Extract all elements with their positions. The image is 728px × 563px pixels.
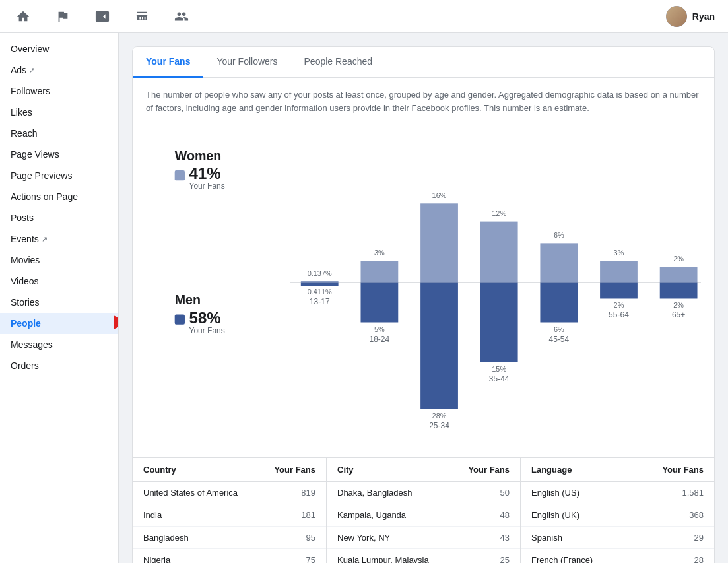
row-count: 368 bbox=[689, 510, 704, 520]
tab-people-reached[interactable]: People Reached bbox=[291, 47, 386, 78]
sidebar: OverviewAds ↗FollowersLikesReachPage Vie… bbox=[0, 33, 119, 563]
row-name: Dhaka, Bangladesh bbox=[337, 488, 412, 498]
row-count: 181 bbox=[301, 510, 315, 520]
external-icon: ↗ bbox=[42, 235, 48, 244]
row-count: 25 bbox=[500, 555, 510, 563]
svg-rect-26 bbox=[480, 222, 518, 283]
sidebar-item-events[interactable]: Events ↗ bbox=[0, 228, 118, 249]
description-text: The number of people who saw any of your… bbox=[133, 78, 714, 125]
sidebar-item-orders[interactable]: Orders bbox=[0, 355, 118, 376]
table-row: Dhaka, Bangladesh50 bbox=[327, 482, 520, 504]
sidebar-item-page-views[interactable]: Page Views bbox=[0, 144, 118, 165]
country-table-header: Country Your Fans bbox=[133, 458, 326, 482]
svg-rect-32 bbox=[540, 282, 578, 322]
svg-text:Your Fans: Your Fans bbox=[189, 326, 225, 335]
row-name: Kuala Lumpur, Malaysia bbox=[337, 555, 429, 563]
svg-rect-41 bbox=[660, 267, 698, 282]
city-table: City Your Fans Dhaka, Bangladesh50Kampal… bbox=[327, 458, 521, 563]
table-row: English (US)1,581 bbox=[521, 482, 714, 504]
home-icon[interactable] bbox=[13, 7, 33, 26]
sidebar-item-page-previews[interactable]: Page Previews bbox=[0, 165, 118, 186]
table-row: New York, NY43 bbox=[327, 527, 520, 549]
row-name: Kampala, Uganda bbox=[337, 510, 406, 520]
svg-text:6%: 6% bbox=[554, 231, 564, 239]
svg-text:15%: 15% bbox=[492, 365, 506, 373]
sidebar-item-overview[interactable]: Overview bbox=[0, 38, 118, 59]
row-name: United States of America bbox=[143, 488, 238, 498]
svg-text:41%: 41% bbox=[189, 164, 221, 182]
data-tables: Country Your Fans United States of Ameri… bbox=[133, 457, 714, 563]
row-count: 75 bbox=[306, 555, 315, 563]
country-fans-header: Your Fans bbox=[274, 465, 315, 475]
chart-area: Women 41% Your Fans Men 58% Your Fans bbox=[133, 125, 714, 457]
people-icon[interactable] bbox=[172, 7, 191, 26]
top-navigation: Ryan bbox=[0, 0, 728, 33]
svg-text:28%: 28% bbox=[432, 412, 447, 420]
demographics-chart: Women 41% Your Fans Men 58% Your Fans bbox=[146, 139, 701, 449]
language-table: Language Your Fans English (US)1,581Engl… bbox=[521, 458, 714, 563]
svg-rect-42 bbox=[660, 282, 698, 298]
svg-rect-27 bbox=[480, 282, 518, 362]
svg-text:12%: 12% bbox=[492, 209, 506, 217]
row-name: Nigeria bbox=[143, 555, 170, 563]
svg-text:3%: 3% bbox=[614, 249, 624, 257]
table-row: Kampala, Uganda48 bbox=[327, 504, 520, 527]
table-row: Nigeria75 bbox=[133, 549, 326, 563]
country-col-header: Country bbox=[143, 465, 176, 475]
store-icon[interactable] bbox=[132, 7, 152, 26]
sidebar-item-people[interactable]: People bbox=[0, 313, 118, 334]
svg-text:2%: 2% bbox=[614, 301, 624, 309]
row-count: 29 bbox=[694, 533, 704, 543]
sidebar-item-reach[interactable]: Reach bbox=[0, 123, 118, 144]
row-name: English (US) bbox=[531, 488, 579, 498]
svg-rect-36 bbox=[600, 261, 638, 283]
sidebar-item-likes[interactable]: Likes bbox=[0, 102, 118, 123]
svg-rect-7 bbox=[175, 314, 185, 324]
table-row: Spanish29 bbox=[521, 527, 714, 549]
svg-text:5%: 5% bbox=[374, 325, 385, 333]
main-content: Your FansYour FollowersPeople Reached Th… bbox=[119, 33, 728, 563]
city-col-header: City bbox=[337, 465, 354, 475]
sidebar-item-movies[interactable]: Movies bbox=[0, 249, 118, 271]
sidebar-item-actions-on-page[interactable]: Actions on Page bbox=[0, 186, 118, 207]
sidebar-item-posts[interactable]: Posts bbox=[0, 207, 118, 228]
language-col-header: Language bbox=[531, 465, 572, 475]
svg-text:13-17: 13-17 bbox=[310, 297, 330, 306]
svg-text:16%: 16% bbox=[432, 191, 447, 199]
svg-text:2%: 2% bbox=[673, 255, 684, 263]
svg-rect-37 bbox=[600, 282, 638, 298]
table-row: United States of America819 bbox=[133, 482, 326, 504]
row-name: Spanish bbox=[531, 533, 562, 543]
svg-text:0.137%: 0.137% bbox=[308, 269, 332, 277]
svg-text:3%: 3% bbox=[374, 249, 385, 257]
row-count: 28 bbox=[694, 555, 704, 563]
sidebar-item-stories[interactable]: Stories bbox=[0, 292, 118, 313]
nav-icons bbox=[13, 7, 191, 26]
user-profile[interactable]: Ryan bbox=[666, 6, 715, 27]
svg-text:58%: 58% bbox=[189, 309, 221, 327]
svg-text:Women: Women bbox=[175, 149, 222, 163]
tab-your-fans[interactable]: Your Fans bbox=[133, 47, 203, 78]
username: Ryan bbox=[692, 11, 715, 22]
sidebar-item-followers[interactable]: Followers bbox=[0, 81, 118, 102]
row-count: 50 bbox=[500, 488, 510, 498]
svg-text:2%: 2% bbox=[673, 301, 684, 309]
svg-rect-21 bbox=[420, 203, 458, 282]
flag-icon[interactable] bbox=[53, 7, 73, 26]
external-icon: ↗ bbox=[29, 66, 35, 75]
row-name: French (France) bbox=[531, 555, 593, 563]
sidebar-item-messages[interactable]: Messages bbox=[0, 334, 118, 355]
sidebar-item-videos[interactable]: Videos bbox=[0, 271, 118, 292]
tab-your-followers[interactable]: Your Followers bbox=[203, 47, 290, 78]
row-name: New York, NY bbox=[337, 533, 390, 543]
play-icon[interactable] bbox=[92, 7, 112, 26]
people-card: Your FansYour FollowersPeople Reached Th… bbox=[132, 46, 715, 563]
svg-text:6%: 6% bbox=[554, 325, 564, 333]
sidebar-item-ads[interactable]: Ads ↗ bbox=[0, 59, 118, 81]
svg-rect-16 bbox=[360, 261, 398, 283]
svg-rect-22 bbox=[420, 282, 458, 409]
row-count: 819 bbox=[301, 488, 315, 498]
table-row: French (France)28 bbox=[521, 549, 714, 563]
svg-text:18-24: 18-24 bbox=[370, 335, 390, 344]
table-row: English (UK)368 bbox=[521, 504, 714, 527]
